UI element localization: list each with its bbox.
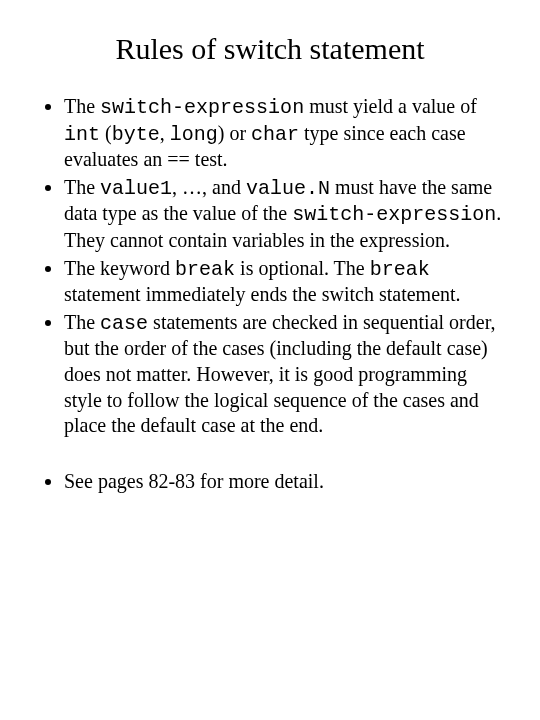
spacer: [64, 441, 504, 467]
text: (: [100, 122, 112, 144]
text: , …, and: [172, 176, 246, 198]
code: value1: [100, 177, 172, 200]
text: See pages 82-83 for more detail.: [64, 470, 324, 492]
bullet-list: The switch-expression must yield a value…: [42, 94, 504, 494]
text: The: [64, 311, 100, 333]
slide: Rules of switch statement The switch-exp…: [0, 0, 540, 720]
code: char: [251, 123, 299, 146]
code: switch-expression: [292, 203, 496, 226]
text: The: [64, 176, 100, 198]
code: int: [64, 123, 100, 146]
bullet-2: The value1, …, and value.N must have the…: [64, 175, 504, 254]
code: switch-expression: [100, 96, 304, 119]
text: statement immediately ends the switch st…: [64, 283, 461, 305]
text: The keyword: [64, 257, 175, 279]
text: ,: [160, 122, 170, 144]
bullet-4: The case statements are checked in seque…: [64, 310, 504, 439]
text: The: [64, 95, 100, 117]
bullet-3: The keyword break is optional. The break…: [64, 256, 504, 308]
code: break: [175, 258, 235, 281]
code: break: [370, 258, 430, 281]
code: byte: [112, 123, 160, 146]
text: ) or: [218, 122, 251, 144]
slide-title: Rules of switch statement: [36, 32, 504, 66]
text: is optional. The: [235, 257, 370, 279]
code: value.N: [246, 177, 330, 200]
code: long: [170, 123, 218, 146]
code: case: [100, 312, 148, 335]
bullet-5: See pages 82-83 for more detail.: [64, 469, 504, 495]
text: must yield a value of: [304, 95, 477, 117]
bullet-1: The switch-expression must yield a value…: [64, 94, 504, 173]
